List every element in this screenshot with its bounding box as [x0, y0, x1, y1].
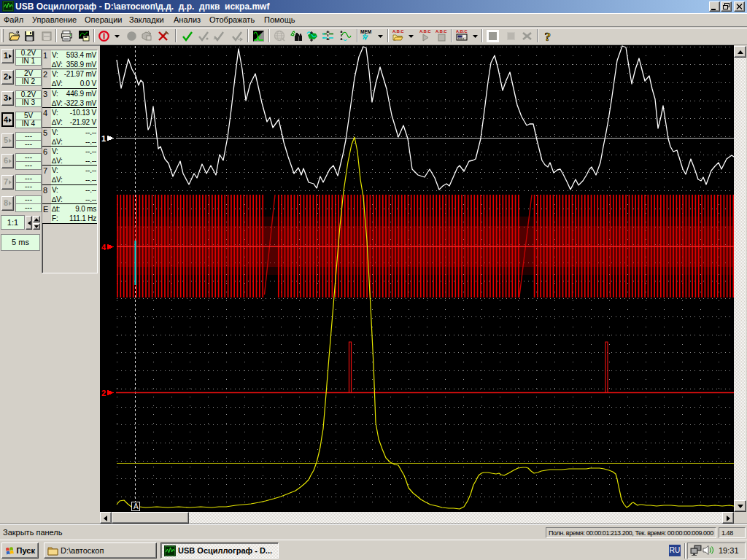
- svg-text:?: ?: [545, 30, 551, 42]
- svg-text:A: A: [133, 502, 139, 510]
- svg-text:A:B:C: A:B:C: [392, 29, 404, 34]
- svg-text:A:B:C: A:B:C: [456, 29, 468, 34]
- svg-text:A:B:C: A:B:C: [419, 29, 431, 34]
- svg-text:1: 1: [101, 134, 106, 143]
- svg-text:4: 4: [101, 243, 107, 252]
- svg-text:2: 2: [101, 389, 106, 397]
- svg-text:A:B:C: A:B:C: [436, 29, 447, 34]
